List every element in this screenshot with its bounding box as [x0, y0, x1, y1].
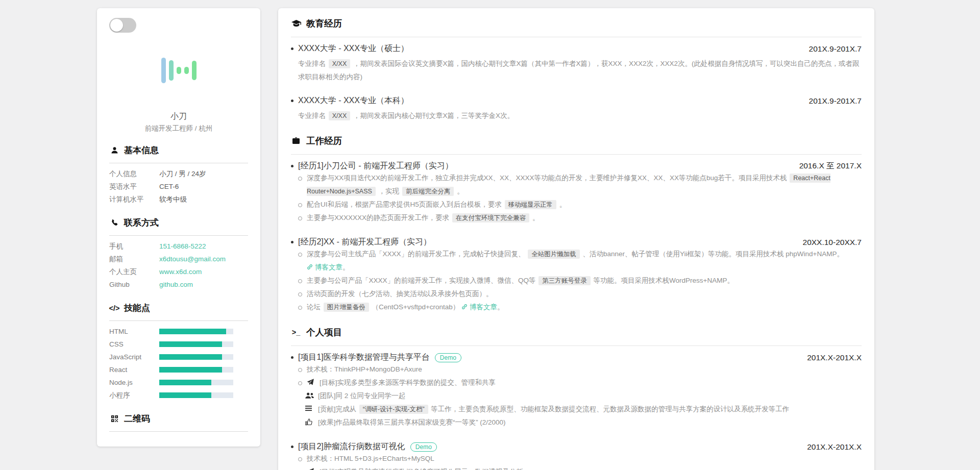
demo-badge[interactable]: Demo [410, 442, 437, 452]
contact-row-value[interactable]: github.com [159, 278, 193, 291]
work-bullet: 配合UI和后端，根据产品需求提供H5页面嵌入到后台模板，要求 移动端显示正常 。 [298, 198, 862, 211]
skill-rows: HTMLCSSJavaScriptReactNode.js小程序 [109, 325, 248, 402]
text-segment: 专业排名 [298, 60, 328, 67]
work-bullet-text: 深度参与XX项目迭代XX的前端开发工作，独立承担并完成XX、XX、XXXX等功能… [307, 171, 862, 198]
text-segment: 深度参与XX项目迭代XX的前端开发工作，独立承担并完成XX、XX、XXXX等功能… [307, 174, 789, 182]
text-segment: 技术栈：HTML 5+D3.js+ECharts+MySQL [307, 455, 434, 462]
text-segment: [贡献]完成从 [318, 405, 358, 413]
text-segment: 主要参与公司产品「XXXX」的前端开发工作，实现接入微博、微信、QQ等 [307, 277, 537, 284]
project-line: [目标]实现常见肿瘤流行病数据多维度可视化展示、数据透视及分析 [298, 465, 862, 470]
skill-bar-fill [159, 392, 211, 398]
skill-bar-track [159, 367, 233, 373]
theme-toggle[interactable] [109, 18, 136, 33]
entry-description: 专业排名 X/XX ，期间发表国际会议英文摘要X篇，国内核心期刊文章X篇（其中第… [298, 57, 862, 83]
work-entry: [经历2]XX - 前端开发工程师（实习）20XX.10-20XX.7深度参与公… [291, 237, 862, 314]
circle-bullet-icon [298, 274, 307, 287]
skill-label: Node.js [109, 379, 159, 386]
project-line-text: 技术栈：HTML 5+D3.js+ECharts+MySQL [307, 452, 862, 465]
section-qrcode: 二维码 [109, 413, 248, 467]
section-contact-title: 联系方式 [109, 217, 248, 229]
text-segment: [目标]实现常见肿瘤流行病数据多维度可视化展示、数据透视及分析 [320, 468, 523, 470]
logo-bar [169, 60, 174, 81]
text-segment: 。 [557, 201, 566, 208]
skill-bar-fill [159, 367, 222, 373]
resume-main: 教育经历 XXXX大学 - XXX专业（硕士）201X.9-201X.7专业排名… [278, 8, 874, 470]
blog-link[interactable]: 博客文章 [307, 261, 342, 274]
highlight-chip: X/XX [329, 111, 351, 120]
person-icon [109, 146, 119, 154]
logo-bar [161, 58, 166, 83]
circle-bullet-icon [298, 363, 307, 376]
paper-plane-icon [307, 376, 320, 389]
circle-bullet-icon [298, 376, 307, 389]
project-entries: [项目1]医学科学数据管理与共享平台Demo201X.X-201X.X技术栈：T… [291, 352, 862, 470]
blog-link[interactable]: 博客文章 [461, 301, 497, 314]
blog-link-label: 博客文章 [470, 301, 497, 314]
link-icon [307, 261, 313, 274]
skill-row: 小程序 [109, 389, 248, 402]
skill-bar-fill [159, 329, 226, 334]
section-projects-title: >_ 个人项目 [291, 326, 862, 338]
team-icon [305, 389, 318, 403]
entry-date: 2016.X 至 2017.X [799, 161, 862, 171]
project-line: 技术栈：ThinkPHP+MongoDB+Axure [298, 363, 862, 376]
contact-row-value[interactable]: www.x6d.com [159, 265, 202, 278]
section-contact: 联系方式 手机151-6868-5222邮箱x6dtousu@gmail.com… [109, 217, 248, 291]
skill-label: React [109, 366, 159, 374]
highlight-chip: 移动端显示正常 [505, 200, 557, 209]
info-row-value: CET-6 [159, 180, 179, 193]
skill-label: CSS [109, 340, 159, 348]
demo-badge[interactable]: Demo [435, 353, 461, 362]
logo-bar [184, 67, 189, 74]
text-segment: ，实现 [377, 187, 401, 195]
circle-bullet-icon [298, 171, 307, 198]
highlight-chip: 图片增量备份 [324, 303, 369, 312]
entry-title: [经历1]小刀公司 - 前端开发工程师（实习） [298, 161, 453, 171]
text-segment: 、活动banner、帖子管理（使用Yii框架）等功能。项目采用技术栈 phpWi… [581, 250, 844, 258]
contact-row-value[interactable]: x6dtousu@gmail.com [159, 253, 226, 265]
section-projects: >_ 个人项目 [项目1]医学科学数据管理与共享平台Demo201X.X-201… [291, 326, 862, 470]
info-row: 英语水平CET-6 [109, 180, 248, 193]
education-entry: XXXX大学 - XXX专业（硕士）201X.9-201X.7专业排名 X/XX… [291, 43, 862, 83]
entry-title: XXXX大学 - XXX专业（硕士） [298, 43, 409, 54]
bullet-dot-icon [291, 47, 298, 50]
project-entry: [项目2]肿瘤流行病数据可视化Demo201X.X-201X.X技术栈：HTML… [291, 441, 862, 470]
text-segment: ，期间发表国际会议英文摘要X篇，国内核心期刊文章X篇（其中第一作者X篇），获XX… [298, 60, 860, 81]
project-line-text: [效果]作品最终取得第三届共享杯国家级竞赛“一等奖” (2/2000) [318, 416, 862, 429]
work-bullet: 活动页面的开发（七夕活动、抽奖活动以及承接外包页面）。 [298, 287, 862, 301]
theme-toggle-knob [110, 19, 123, 32]
contact-row-value[interactable]: 151-6868-5222 [159, 240, 206, 253]
skill-bar-track [159, 329, 233, 334]
section-basic-info-title: 基本信息 [109, 144, 248, 156]
entry-date: 20XX.10-20XX.7 [803, 238, 862, 247]
contact-row-label: Github [109, 278, 159, 291]
work-bullet: 论坛 图片增量备份 （CentOS+vsftpd+crontab） 博客文章。 [298, 301, 862, 314]
highlight-chip: 前后端完全分离 [402, 187, 454, 196]
thumbs-up-icon [305, 416, 318, 429]
entry-title: [经历2]XX - 前端开发工程师（实习） [298, 237, 431, 248]
project-line-text: [目标]实现多类型多来源医学科学数据的提交、管理和共享 [320, 376, 862, 389]
bullet-dot-icon [291, 446, 298, 448]
paper-plane-icon [307, 465, 320, 470]
terminal-icon: >_ [291, 328, 301, 336]
work-bullet-text: 论坛 图片增量备份 （CentOS+vsftpd+crontab） 博客文章。 [307, 301, 862, 314]
contact-rows: 手机151-6868-5222邮箱x6dtousu@gmail.com个人主页w… [109, 240, 248, 291]
entry-title-row: XXXX大学 - XXX专业（本科）201X.9-201X.7 [291, 95, 862, 106]
text-segment: 。 [497, 303, 504, 311]
project-line-text: [贡献]完成从 “调研-设计-实现-文档” 等工作，主要负责系统原型、功能框架及… [318, 403, 862, 416]
audio-wave-logo [109, 53, 248, 88]
person-name: 小刀 [109, 111, 248, 122]
skill-bar-fill [159, 354, 222, 360]
highlight-chip: 在支付宝环境下完全兼容 [452, 213, 530, 222]
divider [291, 154, 862, 155]
entry-date: 201X.9-201X.7 [809, 96, 862, 106]
circle-bullet-icon [298, 452, 307, 465]
divider [109, 431, 248, 432]
project-line: [效果]作品最终取得第三届共享杯国家级竞赛“一等奖” (2/2000) [298, 416, 862, 429]
text-segment: [团队]同 2 位同专业同学一起 [318, 392, 405, 400]
highlight-chip: 第三方账号登录 [538, 276, 591, 285]
entry-date: 201X.X-201X.X [807, 353, 862, 362]
highlight-chip: X/XX [329, 59, 351, 68]
section-basic-info: 基本信息 个人信息小刀 / 男 / 24岁英语水平CET-6计算机水平软考中级 [109, 144, 248, 206]
section-education-title: 教育经历 [291, 17, 862, 30]
